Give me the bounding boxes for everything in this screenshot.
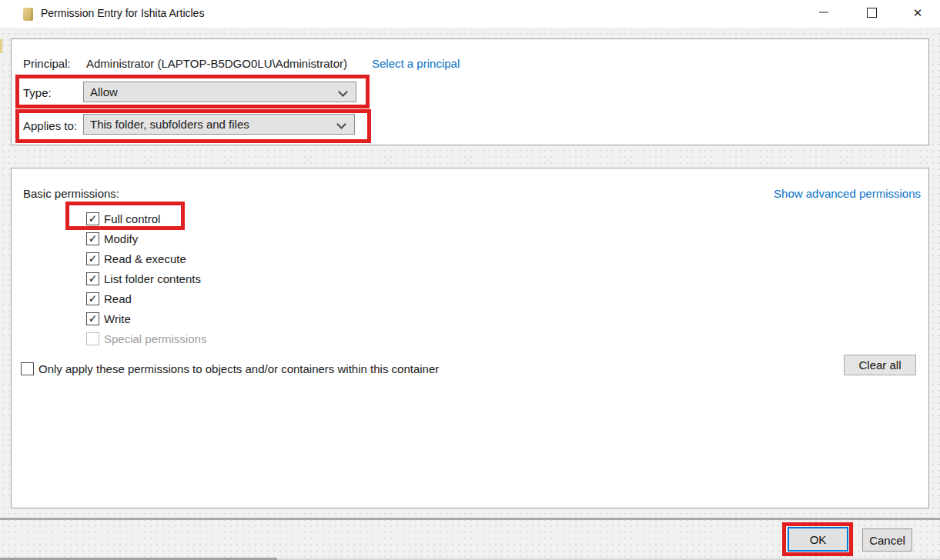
chevron-down-icon [336, 119, 346, 129]
checkbox-unchecked[interactable] [21, 362, 34, 375]
checkbox-checked[interactable] [86, 312, 99, 325]
checkbox-checked[interactable] [86, 292, 99, 305]
permissions-file-icon [23, 8, 33, 21]
only-apply-row: Only apply these permissions to objects … [21, 362, 439, 375]
type-label: Type: [23, 86, 52, 99]
checkbox-unchecked-disabled [86, 332, 99, 345]
permission-row-write: Write [86, 312, 206, 325]
type-dropdown[interactable]: Allow [83, 82, 356, 102]
window-title: Permission Entry for Ishita Articles [41, 7, 204, 19]
permission-label: Modify [104, 232, 138, 245]
footer-divider [0, 518, 940, 520]
background-window-edge [0, 39, 2, 53]
clear-all-button[interactable]: Clear all [844, 355, 916, 375]
minimize-icon [819, 12, 828, 13]
permission-row-list-folder-contents: List folder contents [86, 272, 206, 285]
applies-to-dropdown-value: This folder, subfolders and files [90, 118, 249, 131]
permission-entry-dialog: Permission Entry for Ishita Articles ✕ P… [0, 0, 940, 560]
permission-label: Special permissions [104, 332, 206, 345]
maximize-icon [867, 8, 877, 18]
maximize-button[interactable] [855, 0, 888, 25]
close-button[interactable]: ✕ [902, 0, 934, 25]
cancel-button[interactable]: Cancel [862, 528, 912, 552]
permissions-checkbox-list: Full control Modify Read & execute List … [86, 212, 206, 352]
checkbox-checked[interactable] [86, 232, 99, 245]
applies-to-dropdown[interactable]: This folder, subfolders and files [83, 114, 355, 135]
permission-row-special-permissions: Special permissions [86, 332, 206, 345]
checkbox-checked[interactable] [86, 252, 99, 265]
permission-row-modify: Modify [86, 232, 206, 245]
type-dropdown-value: Allow [90, 85, 118, 98]
checkbox-checked[interactable] [86, 212, 99, 225]
permission-row-full-control: Full control [86, 212, 206, 225]
permission-row-read: Read [86, 292, 206, 305]
chevron-down-icon [338, 87, 348, 97]
permission-label: Full control [104, 212, 160, 225]
permission-label: Read [104, 292, 132, 305]
principal-label: Principal: [23, 57, 71, 70]
close-icon: ✕ [913, 7, 923, 18]
checkbox-checked[interactable] [86, 272, 99, 285]
basic-permissions-heading: Basic permissions: [23, 187, 119, 200]
only-apply-label: Only apply these permissions to objects … [38, 362, 439, 375]
principal-value: Administrator (LAPTOP-B5DGO0LU\Administr… [86, 57, 347, 70]
ok-button[interactable]: OK [788, 527, 848, 552]
permission-label: Read & execute [104, 252, 186, 265]
applies-to-label: Applies to: [23, 119, 77, 132]
show-advanced-permissions-link[interactable]: Show advanced permissions [774, 187, 921, 200]
permission-row-read-execute: Read & execute [86, 252, 206, 265]
title-bar: Permission Entry for Ishita Articles ✕ [0, 0, 940, 28]
permission-label: Write [104, 312, 131, 325]
minimize-button[interactable] [808, 0, 840, 25]
select-principal-link[interactable]: Select a principal [372, 57, 460, 70]
permission-label: List folder contents [104, 272, 201, 285]
